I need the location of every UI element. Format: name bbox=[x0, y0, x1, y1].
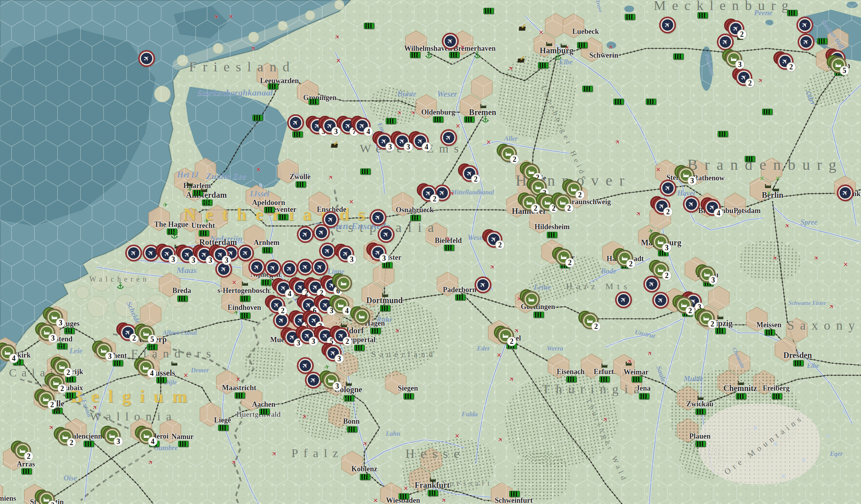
map-base-layer bbox=[0, 0, 861, 504]
hex-grid bbox=[0, 0, 861, 504]
game-map[interactable]: FrieslandMecklenburgWeser-EmsHannoverBra… bbox=[0, 0, 861, 504]
